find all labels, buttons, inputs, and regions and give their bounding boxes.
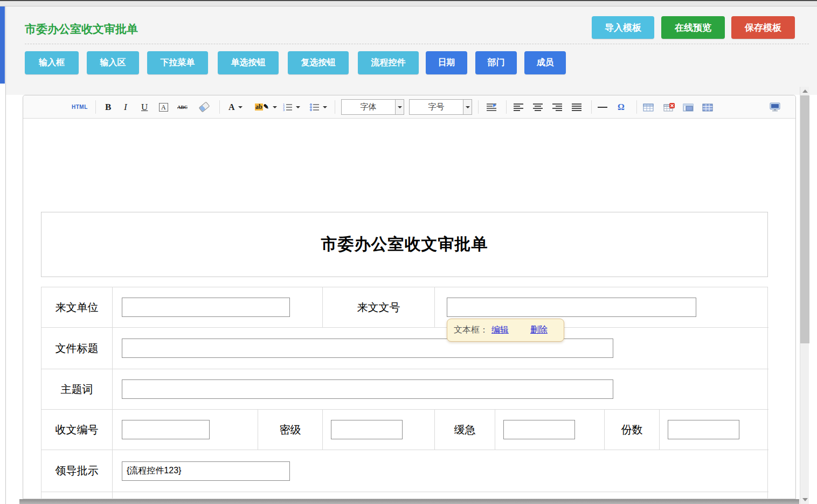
table-properties-button[interactable] [702, 95, 714, 119]
incoming-number-input[interactable] [447, 298, 696, 317]
chevron-down-icon [238, 106, 243, 108]
field-label-incoming-unit: 来文单位 [41, 287, 113, 328]
underline-button[interactable]: U [141, 95, 148, 119]
scroll-up-icon [802, 89, 808, 93]
unordered-list-icon [310, 103, 320, 111]
component-button-date[interactable]: 日期 [426, 51, 467, 74]
receipt-number-cell [113, 410, 258, 450]
align-right-icon [552, 103, 563, 111]
field-label-urgency: 缓急 [435, 410, 495, 450]
save-template-button[interactable]: 保存模板 [731, 16, 795, 39]
scrollbar-thumb[interactable] [800, 95, 809, 343]
font-family-select[interactable]: 字体 [341, 99, 404, 115]
align-left-button[interactable] [514, 95, 524, 119]
component-button-member[interactable]: 成员 [524, 51, 566, 74]
fullscreen-monitor-icon [770, 102, 781, 112]
align-right-button[interactable] [552, 95, 563, 119]
component-button-input-area[interactable]: 输入区 [87, 51, 139, 74]
online-preview-button[interactable]: 在线预览 [661, 16, 725, 39]
field-label-leader-comment: 领导批示 [41, 450, 113, 492]
field-label-secret-level: 密级 [258, 410, 323, 450]
insert-table-button[interactable] [643, 95, 654, 119]
tooltip-edit-link[interactable]: 编辑 [491, 325, 509, 336]
component-button-input-box[interactable]: 输入框 [25, 51, 79, 74]
component-button-radio[interactable]: 单选按钮 [218, 51, 279, 74]
subject-cell [113, 369, 768, 410]
vertical-scrollbar[interactable] [800, 87, 809, 504]
document-title: 市委办公室收文审批单 [321, 233, 488, 256]
eraser-icon [199, 102, 210, 113]
background-sidebar-strip [0, 6, 5, 84]
highlight-button[interactable]: ab✎ [255, 95, 277, 119]
toolbar-separator [219, 100, 220, 114]
svg-text:3: 3 [283, 108, 285, 111]
field-label-incoming-number: 来文文号 [323, 287, 435, 328]
table-properties-icon [702, 103, 714, 112]
align-left-icon [514, 103, 524, 111]
style-format-button[interactable]: A [159, 95, 168, 119]
import-template-button[interactable]: 导入模板 [592, 16, 654, 39]
doc-title-cell [113, 328, 768, 369]
merge-cells-icon [683, 103, 694, 112]
delete-table-button[interactable] [663, 95, 675, 119]
toolbar-separator [335, 100, 335, 114]
urgency-input[interactable] [503, 420, 575, 439]
ordered-list-icon: 123 [283, 103, 293, 111]
strikethrough-button[interactable]: ABC [177, 95, 188, 119]
document-title-box: 市委办公室收文审批单 [41, 212, 768, 277]
toolbar-separator [506, 100, 507, 114]
incoming-unit-cell [113, 287, 323, 328]
eraser-button[interactable] [199, 95, 209, 119]
field-label-subject: 主题词 [41, 369, 113, 410]
tooltip-label: 文本框： [454, 325, 488, 336]
special-char-button[interactable]: Ω [618, 95, 625, 119]
subject-input[interactable] [122, 379, 613, 399]
secret-level-cell [323, 410, 435, 450]
chevron-down-icon [398, 106, 402, 108]
indent-icon [487, 103, 497, 112]
tooltip-delete-link[interactable]: 删除 [530, 325, 548, 336]
component-button-department[interactable]: 部门 [475, 51, 517, 74]
secret-level-input[interactable] [331, 420, 403, 439]
incoming-unit-input[interactable] [122, 298, 290, 317]
toolbar-separator [591, 100, 592, 114]
html-source-button[interactable]: HTML [72, 95, 88, 119]
justify-icon [572, 103, 583, 111]
receipt-number-input[interactable] [122, 420, 210, 439]
font-color-button[interactable]: A [229, 95, 243, 119]
editor-content[interactable]: 市委办公室收文审批单 来文单位 来文文号 文件标题 主题词 收文编号 密级 缓急… [23, 119, 795, 499]
toolbar-separator [478, 100, 479, 114]
insert-table-icon [643, 103, 654, 112]
ordered-list-button[interactable]: 123 [283, 95, 300, 119]
chevron-down-icon [466, 106, 470, 108]
component-button-dropdown[interactable]: 下拉菜单 [147, 51, 208, 74]
scroll-down-button[interactable] [800, 495, 809, 504]
bold-button[interactable]: B [105, 95, 111, 119]
copies-input[interactable] [668, 420, 739, 439]
align-center-button[interactable] [533, 95, 544, 119]
italic-button[interactable]: I [124, 95, 127, 119]
leader-comment-cell [113, 450, 768, 492]
delete-table-icon [663, 103, 675, 112]
component-button-checkbox[interactable]: 复选按钮 [288, 51, 349, 74]
pencil-icon: ✎ [263, 103, 269, 111]
indent-button[interactable] [487, 95, 497, 119]
font-size-select[interactable]: 字号 [409, 99, 472, 115]
toolbar-separator [95, 100, 96, 114]
justify-button[interactable] [572, 95, 583, 119]
unordered-list-button[interactable] [310, 95, 327, 119]
leader-comment-input[interactable] [122, 461, 290, 481]
merge-cells-button[interactable] [683, 95, 694, 119]
panel-title: 市委办公室收文审批单 [25, 22, 138, 37]
horizontal-rule-button[interactable] [598, 95, 607, 119]
chevron-down-icon [296, 106, 300, 108]
header-divider [25, 44, 809, 44]
field-label-copies: 份数 [605, 410, 660, 450]
scroll-up-button[interactable] [800, 87, 809, 95]
bottom-window-edge [19, 499, 799, 504]
field-label-doc-title: 文件标题 [41, 328, 113, 369]
fullscreen-button[interactable] [770, 95, 781, 119]
window-title-band [0, 1, 817, 6]
field-label-receipt-number: 收文编号 [41, 410, 113, 450]
component-button-flow-control[interactable]: 流程控件 [358, 51, 419, 74]
